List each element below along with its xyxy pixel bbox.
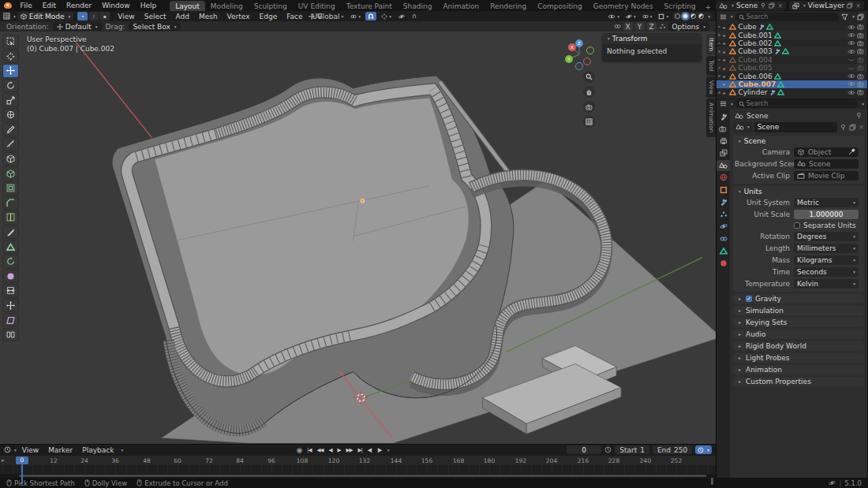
unit-system-dropdown[interactable]: Metric▾ — [794, 198, 859, 207]
eye-icon[interactable] — [847, 49, 855, 54]
next-keyframe-button[interactable]: ▶▶ — [345, 447, 354, 453]
jump-to-end-button[interactable]: ▶| — [357, 447, 363, 453]
timeline-menu-view[interactable]: View — [18, 446, 43, 454]
mesh-data-icon[interactable] — [777, 89, 784, 95]
menu-select[interactable]: Select — [140, 13, 170, 20]
collapse-chevron-icon[interactable]: ▾ — [739, 189, 741, 194]
tab-tool[interactable]: Tool — [706, 56, 716, 76]
timeline-ruler[interactable]: ▸ 12 24 36 48 60 72 84 96 108 120 132 14… — [0, 456, 716, 466]
add-workspace-button[interactable]: + — [702, 3, 716, 11]
remove-view-layer-icon[interactable]: × — [855, 2, 861, 9]
filter-funnel-icon[interactable] — [841, 13, 848, 20]
mesh-data-icon[interactable] — [774, 73, 781, 80]
light-probes-panel[interactable]: ▸ Light Probes — [733, 353, 864, 363]
tool-rotate[interactable] — [2, 79, 19, 93]
tool-add-cube[interactable] — [2, 152, 19, 166]
tab-world[interactable] — [716, 172, 730, 184]
expand-chevron-icon[interactable]: ▸ — [722, 65, 728, 71]
solid-shading-button[interactable] — [683, 13, 688, 19]
tool-poly-build[interactable] — [2, 240, 19, 254]
workspace-tab-layout[interactable]: Layout — [170, 1, 205, 11]
tool-measure[interactable] — [2, 137, 19, 151]
outliner-item-cylinder[interactable]: ▸ Cylinder — [716, 88, 867, 96]
workspace-tab-sculpting[interactable]: Sculpting — [249, 1, 293, 11]
unlink-scene-icon[interactable]: × — [777, 2, 783, 9]
tab-output[interactable] — [716, 136, 730, 147]
expand-chevron-icon[interactable]: ▸ — [722, 57, 728, 62]
tab-animation[interactable]: Animation — [706, 99, 716, 136]
collapse-chevron-icon[interactable]: ▾ — [608, 36, 610, 41]
frame-start-field[interactable]: Start 1 — [615, 445, 649, 454]
timeline-track-area[interactable] — [0, 465, 716, 474]
mesh-data-icon[interactable] — [782, 48, 789, 54]
eye-icon[interactable] — [847, 73, 855, 79]
mass-dropdown[interactable]: Kilograms▾ — [794, 255, 859, 265]
mode-selector[interactable]: Edit Mode ▾ — [17, 12, 74, 20]
menu-add[interactable]: Add — [171, 13, 193, 20]
eye-icon[interactable] — [847, 24, 855, 30]
prev-frame-button[interactable]: ◀| — [366, 447, 372, 453]
play-button[interactable]: ▶ — [336, 447, 342, 453]
modifier-wrench-icon[interactable] — [758, 24, 765, 30]
properties-search-input[interactable] — [735, 99, 858, 108]
tool-spin[interactable] — [2, 255, 19, 269]
camera-field[interactable]: Object — [794, 147, 859, 157]
camera-view-icon[interactable] — [583, 101, 595, 113]
menu-view[interactable]: View — [114, 13, 138, 20]
tool-move[interactable] — [2, 64, 19, 78]
view-layer-selector[interactable]: ▾ ViewLayer × — [789, 1, 864, 10]
new-scene-icon[interactable] — [849, 124, 856, 131]
active-clip-field[interactable]: Movie Clip — [794, 171, 859, 181]
tool-edge-slide[interactable] — [2, 284, 19, 298]
eye-icon[interactable] — [847, 32, 855, 38]
tool-knife[interactable] — [2, 225, 19, 240]
eye-closed-icon[interactable] — [847, 65, 855, 71]
workspace-tab-scripting[interactable]: Scripting — [659, 1, 702, 11]
unit-scale-slider[interactable]: 1.000000 — [794, 210, 859, 219]
time-dropdown[interactable]: Seconds▾ — [794, 267, 859, 277]
timeline-menu-marker[interactable]: Marker — [44, 446, 77, 454]
timeline-horizontal-scrollbar[interactable] — [19, 475, 706, 477]
custom-properties-panel[interactable]: ▸ Custom Properties — [733, 377, 864, 387]
camera-visibility-icon[interactable] — [857, 81, 865, 88]
mirror-z-toggle[interactable]: Z — [647, 22, 657, 31]
mesh-data-icon[interactable] — [774, 32, 781, 39]
unlink-icon[interactable]: × — [859, 124, 864, 131]
tab-constraints[interactable] — [716, 233, 730, 245]
menu-face[interactable]: Face — [282, 13, 306, 20]
tool-loop-cut[interactable] — [2, 210, 19, 225]
current-frame-field[interactable]: 0 — [567, 445, 601, 454]
camera-visibility-icon[interactable] — [857, 73, 865, 80]
outliner-item-cube-007[interactable]: ▸ Cube.007 — [716, 80, 867, 88]
mesh-data-icon[interactable] — [774, 40, 781, 47]
workspace-tab-compositing[interactable]: Compositing — [532, 1, 587, 11]
proportional-editing-toggle[interactable] — [396, 12, 407, 20]
eye-icon[interactable] — [847, 81, 855, 87]
workspace-tab-geometry-nodes[interactable]: Geometry Nodes — [588, 1, 659, 11]
editor-type-icon[interactable] — [3, 13, 10, 20]
rigid-body-world-panel[interactable]: ▸ Rigid Body World — [733, 341, 864, 352]
gravity-panel[interactable]: ▸ ✓ Gravity — [733, 294, 864, 304]
background-scene-field[interactable]: Scene — [794, 159, 859, 169]
timeline-editor-icon[interactable] — [4, 446, 11, 453]
tool-annotate[interactable] — [2, 123, 19, 137]
expand-chevron-icon[interactable]: ▸ — [722, 49, 728, 54]
show-overlays-dropdown[interactable]: ▾ — [640, 12, 655, 20]
pin-icon[interactable] — [840, 124, 847, 131]
tab-particles[interactable] — [716, 209, 730, 221]
length-dropdown[interactable]: Millimeters▾ — [794, 244, 859, 253]
blender-logo-icon[interactable] — [4, 2, 12, 9]
workspace-tab-shading[interactable]: Shading — [398, 1, 438, 11]
vertex-select-button[interactable]: • — [77, 12, 88, 20]
tool-inset-faces[interactable] — [2, 181, 19, 196]
outliner-item-cube-006[interactable]: ▸ Cube.006 — [716, 72, 867, 80]
eye-closed-icon[interactable] — [847, 57, 855, 62]
tab-physics[interactable] — [716, 221, 730, 233]
playback-sync-button[interactable]: ▾ — [695, 445, 712, 454]
tool-cursor[interactable] — [2, 50, 19, 64]
workspace-tab-uv-editing[interactable]: UV Editing — [293, 1, 341, 11]
ortho-grid-icon[interactable] — [583, 116, 595, 128]
tool-scale[interactable] — [2, 93, 19, 107]
scene-selector[interactable]: ▾ Scene × — [716, 1, 786, 10]
auto-keying-button[interactable]: ◉ — [295, 446, 303, 454]
